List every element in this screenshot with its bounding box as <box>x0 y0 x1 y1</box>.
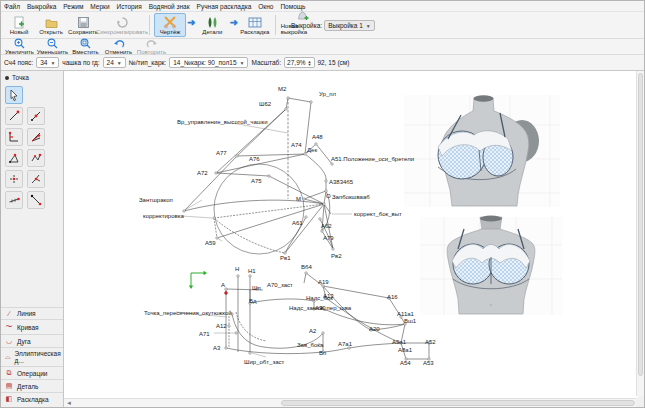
horizontal-scroll-thumb[interactable] <box>281 400 635 406</box>
save-button[interactable]: Сохранить <box>67 13 99 37</box>
belt-size-value: 34 <box>40 59 47 66</box>
new-label: Новый <box>10 29 29 35</box>
point-label: Рв2 <box>331 253 342 259</box>
menu-item[interactable]: Файл <box>4 3 20 10</box>
sidebar-section-Операции[interactable]: ⧉Операции <box>1 366 63 379</box>
menu-item[interactable]: Помощь <box>280 3 305 10</box>
sidebar-section-Кривая[interactable]: 〜Кривая <box>1 319 63 334</box>
drawing-canvas[interactable]: М2Ур_плШ62Вр_управление_высотой_чашкиА48… <box>64 71 638 398</box>
tool-shoulder-point[interactable] <box>5 149 23 167</box>
tool-point-of-intersection[interactable] <box>5 170 23 188</box>
menu-item[interactable]: Режим <box>63 3 83 10</box>
zoom-fit-button[interactable]: Вместить <box>69 38 102 55</box>
sidebar-section-Раскладка[interactable]: ◧Раскладка <box>1 392 63 405</box>
horizontal-scrollbar[interactable]: ◄ <box>64 398 636 407</box>
details-mode-label: Детали <box>202 29 222 35</box>
sidebar-section-Дуга[interactable]: ◡Дуга <box>1 334 63 347</box>
draw-mode-button[interactable]: Чертёж <box>154 13 186 37</box>
point-label: Шп <box>252 285 261 291</box>
point-label: Н1 <box>248 268 256 274</box>
menu-item[interactable]: Ручная раскладка <box>197 3 252 10</box>
sync-label: Синхронизировать <box>96 29 148 35</box>
origin-axis-icon <box>189 271 207 289</box>
layout-mode-button[interactable]: Раскладка <box>239 13 271 37</box>
wire-type-value: 14_№карк: 90_пол15 <box>173 59 236 66</box>
scale-value: 27,9% <box>287 59 305 66</box>
vertical-scroll-thumb[interactable] <box>638 73 643 376</box>
point-label: Вш1 <box>404 318 416 324</box>
scroll-left-icon[interactable]: ◄ <box>66 399 72 408</box>
scale-spinner[interactable]: 27,9% ▲▼ <box>284 57 314 68</box>
zigzag-tool-icon <box>30 152 42 164</box>
tool-point-along-line[interactable] <box>27 107 45 125</box>
point-label: А54 <box>400 360 411 366</box>
point-label: Шир_обт_заст <box>244 359 284 365</box>
cup-size-value: 24 <box>107 59 114 66</box>
point-label: Запбокшвааб <box>332 194 370 200</box>
open-label: Открыть <box>39 29 63 35</box>
point-label: Вб4 <box>301 264 312 270</box>
sidebar-sections: ∕Линия〜Кривая◡Дуга⌓Эллиптическая д...⧉Оп… <box>1 307 63 405</box>
section-icon: ⧉ <box>5 369 13 377</box>
menu-item[interactable]: Водяной знак <box>149 3 190 10</box>
point-label: А2 <box>309 328 316 334</box>
zoom-in-button[interactable]: Увеличить <box>3 38 36 55</box>
point-label: А13 <box>323 293 334 299</box>
belt-size-dropdown[interactable]: 34 ▼ <box>36 57 59 68</box>
pattern-draft-drawing <box>64 71 638 398</box>
synchronize-button[interactable]: Синхронизировать <box>99 13 145 37</box>
axis-intersection-icon <box>8 173 20 185</box>
section-label: Кривая <box>17 324 39 331</box>
point-label: Вр_управление_высотой_чашки <box>177 119 268 125</box>
tool-height-point[interactable] <box>27 170 45 188</box>
section-point-header[interactable]: Точка <box>1 71 63 84</box>
sidebar-section-Эллиптическая д...[interactable]: ⌓Эллиптическая д... <box>1 347 63 366</box>
vertical-scrollbar[interactable] <box>636 71 644 396</box>
point-label: А79 <box>323 235 334 241</box>
point-label: коррект_бок_выт <box>354 211 402 217</box>
menu-item[interactable]: Окно <box>258 3 273 10</box>
tool-point-at-distance-angle[interactable] <box>5 107 23 125</box>
wire-type-dropdown[interactable]: 14_№карк: 90_пол15 ▼ <box>169 57 248 68</box>
point-label: А51.Положение_оси_бретели <box>331 156 414 162</box>
sidebar-section-Линия[interactable]: ∕Линия <box>1 307 63 319</box>
new-document-icon <box>13 15 26 29</box>
measurement-options-bar: Сч4 пояс: 34 ▼ чашка по гд: 24 ▼ №/тип_к… <box>1 55 644 71</box>
sidebar-section-Деталь[interactable]: ▤Деталь <box>1 379 63 392</box>
section-point-label: Точка <box>12 74 29 81</box>
tool-line-intersect-axis[interactable] <box>27 191 45 209</box>
zoom-in-icon <box>14 38 25 49</box>
point-label: Зантшракоп <box>139 197 173 203</box>
sync-arrows-icon <box>116 15 129 29</box>
tool-cursor[interactable] <box>5 86 23 104</box>
tool-perpendicular-point[interactable] <box>5 128 23 146</box>
open-button[interactable]: Открыть <box>35 13 67 37</box>
section-label: Раскладка <box>17 396 49 403</box>
menu-item[interactable]: Выкройка <box>27 3 56 10</box>
draft-point-markers <box>183 97 430 360</box>
tool-bisector-point[interactable] <box>27 128 45 146</box>
zoom-out-button[interactable]: Уменьшить <box>36 38 69 55</box>
redo-button[interactable]: Повторить <box>135 38 168 55</box>
details-mode-button[interactable]: Детали <box>196 13 228 37</box>
tool-segment-intersect[interactable] <box>5 191 23 209</box>
undo-button[interactable]: Отменить <box>102 38 135 55</box>
save-floppy-icon <box>77 15 90 29</box>
flow-arrow-icon: ➜ <box>187 17 195 28</box>
diagonal-tool-icon <box>30 194 42 206</box>
pattern-dropdown-value: Выкройка 1 <box>328 22 363 29</box>
new-button[interactable]: Новый <box>3 13 35 37</box>
point-label: Н <box>235 266 239 272</box>
cup-size-dropdown[interactable]: 24 ▼ <box>103 57 126 68</box>
cup-size-label: чашка по гд: <box>62 59 99 66</box>
point-label: Дек <box>307 147 317 153</box>
point-label: А <box>221 282 225 288</box>
tool-triangle-point[interactable] <box>27 149 45 167</box>
menu-item[interactable]: История <box>117 3 142 10</box>
point-label: А61 <box>292 220 303 226</box>
point-label: А3 <box>213 345 220 351</box>
chevron-down-icon: ▼ <box>117 60 122 66</box>
menu-item[interactable]: Мерки <box>90 3 109 10</box>
pattern-dropdown[interactable]: Выкройка 1 ▼ <box>324 20 375 31</box>
section-icon: ⌓ <box>5 353 11 361</box>
